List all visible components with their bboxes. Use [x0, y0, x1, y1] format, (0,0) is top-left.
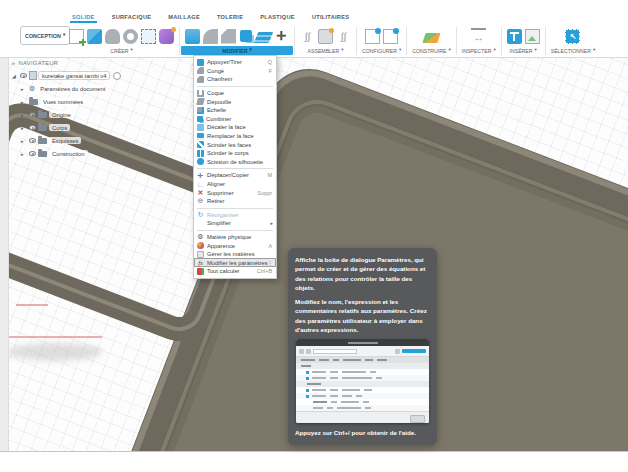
menu-item-scission-de-silhouette[interactable]: Scission de silhouette	[194, 158, 276, 167]
menu-item-appuyer-tirer[interactable]: Appuyer/TirerQ	[194, 58, 276, 67]
tab-maillage[interactable]: MAILLAGE	[168, 14, 200, 23]
chevron-down-icon: ▾	[593, 48, 595, 53]
expand-icon[interactable]: ▸	[21, 125, 27, 131]
browser-row-esquisses[interactable]: ▸ Esquisses	[8, 134, 140, 147]
select-icon[interactable]: ↖	[565, 29, 580, 44]
browser-item-label[interactable]: Corps	[49, 124, 70, 131]
group-label-modifier[interactable]: MODIFIER▾	[181, 46, 293, 55]
as-built-joint-icon[interactable]: ∫∫	[336, 29, 351, 44]
browser-header[interactable]: « NAVIGATEUR	[8, 57, 140, 69]
browser-item-label[interactable]: Construction	[49, 150, 88, 157]
visibility-eye-icon[interactable]	[29, 125, 36, 130]
chevron-down-icon: ▾	[493, 48, 495, 53]
menu-item-retirer[interactable]: ⊖Retirer	[194, 197, 276, 206]
dialog-favorites-toggle	[402, 349, 426, 353]
fillet-icon[interactable]	[203, 29, 218, 44]
group-label-construire[interactable]: CONSTRUIRE▾	[412, 46, 451, 55]
expand-open-icon[interactable]: ◢	[12, 73, 18, 79]
conception-dropdown-button[interactable]: CONCEPTION ▾	[20, 26, 70, 45]
browser-item-label[interactable]: Vues nommées	[40, 98, 86, 105]
expand-icon[interactable]: ▸	[21, 86, 27, 92]
menu-item-chanfrein[interactable]: Chanfrein	[194, 75, 276, 84]
configuration-icon[interactable]	[365, 29, 380, 44]
tab-utilitaires[interactable]: UTILITAIRES	[312, 14, 349, 23]
expand-icon[interactable]: ▸	[21, 99, 27, 105]
canvas-image-icon[interactable]	[525, 29, 540, 44]
create-form-icon[interactable]	[159, 29, 174, 44]
browser-item-label[interactable]: Paramètres du document	[37, 85, 108, 92]
insert-fastener-icon[interactable]	[507, 29, 522, 44]
menu-item-deplacer-copier[interactable]: ✛Déplacer/CopierM	[194, 171, 276, 180]
browser-item-label[interactable]: Esquisses	[49, 137, 81, 144]
menu-item-combiner[interactable]: Combiner	[194, 115, 276, 124]
menu-item-aligner[interactable]: ∟Aligner	[194, 180, 276, 189]
chevron-down-icon: ▾	[341, 48, 343, 53]
joint-icon[interactable]: ∫∫	[300, 29, 315, 44]
menu-item-reorganiser[interactable]: ↻Réorganiser	[194, 211, 276, 220]
tab-solide[interactable]: SOLIDE	[72, 14, 95, 23]
browser-item-label[interactable]: Origine	[49, 111, 74, 118]
menu-item-scinder-les-faces[interactable]: Scinder les faces	[194, 140, 276, 149]
more-options-icon[interactable]: ⋮	[267, 259, 273, 266]
configuration-table-icon[interactable]	[383, 29, 398, 44]
torus-primitive-icon[interactable]	[123, 29, 138, 44]
tooltip-help-hint: Appuyez sur Ctrl+/ pour obtenir de l'aid…	[295, 428, 430, 437]
menu-item-tout-calculer[interactable]: Tout calculerCtrl+B	[194, 267, 276, 276]
menu-item-apparence[interactable]: ApparenceA	[194, 241, 276, 250]
create-sketch-icon[interactable]	[69, 29, 84, 44]
menu-item-gerer-les-matieres[interactable]: Gérer les matières	[194, 250, 276, 259]
visibility-eye-icon[interactable]	[20, 73, 27, 78]
menu-item-coque[interactable]: Coque	[194, 89, 276, 98]
press-pull-icon[interactable]	[185, 29, 200, 44]
tab-tolerie[interactable]: TOLERIE	[217, 14, 243, 23]
combine-icon[interactable]	[240, 30, 252, 42]
browser-row-document[interactable]: ◢ kuretake gansai tambi v4	[8, 69, 140, 82]
move-icon[interactable]: ✛	[274, 29, 289, 44]
document-name[interactable]: kuretake gansai tambi v4	[39, 72, 109, 79]
chamfer-icon[interactable]	[221, 29, 236, 44]
shell-icon[interactable]	[254, 32, 273, 43]
menu-item-matiere-physique[interactable]: ⚙Matière physique	[194, 233, 276, 242]
expand-icon[interactable]: ▸	[21, 138, 27, 144]
browser-row-origine[interactable]: ▸ Origine	[8, 108, 140, 121]
menu-item-echelle[interactable]: Echelle	[194, 106, 276, 115]
browser-row-vues[interactable]: ▸ Vues nommées	[8, 95, 140, 108]
group-label-selectionner[interactable]: SÉLECTIONNER▾	[551, 46, 596, 55]
menu-item-modifier-les-parametres[interactable]: fxModifier les paramètres⋮	[194, 258, 276, 267]
folder-icon	[38, 112, 47, 118]
visibility-eye-icon[interactable]	[29, 112, 36, 117]
group-label-assembler[interactable]: ASSEMBLER▾	[300, 46, 351, 55]
visibility-eye-icon[interactable]	[29, 138, 36, 143]
menu-item-decaler-la-face[interactable]: Décaler la face	[194, 123, 276, 132]
cylinder-primitive-icon[interactable]	[105, 29, 120, 44]
derive-profile-icon[interactable]	[141, 29, 156, 44]
group-label-creer[interactable]: CRÉER▾	[69, 46, 174, 55]
expand-icon[interactable]: ▸	[21, 112, 27, 118]
new-component-icon[interactable]	[318, 29, 333, 44]
tab-surfacique[interactable]: SURFACIQUE	[112, 14, 152, 23]
menu-item-depouille[interactable]: Dépouille	[194, 97, 276, 106]
box-primitive-icon[interactable]	[87, 29, 102, 44]
construction-plane-icon[interactable]	[422, 33, 440, 43]
browser-row-construction[interactable]: ▸ Construction	[8, 147, 140, 160]
menu-item-scinder-le-corps[interactable]: Scinder le corps	[194, 149, 276, 158]
manage-materials-icon	[197, 251, 204, 258]
activate-radio-icon[interactable]	[113, 72, 121, 80]
menu-item-simplifier[interactable]: Simplifier▸	[194, 219, 276, 228]
expand-icon[interactable]: ▸	[21, 151, 27, 157]
group-label-inserer[interactable]: INSÉRER▾	[507, 46, 540, 55]
visibility-eye-icon[interactable]	[29, 151, 36, 156]
browser-row-corps[interactable]: ▸ Corps	[8, 121, 140, 134]
tab-plastique[interactable]: PLASTIQUE	[260, 14, 295, 23]
modify-menu: Appuyer/TirerQ CongéF Chanfrein Coque Dé…	[193, 55, 277, 279]
collapse-icon[interactable]: «	[12, 60, 16, 66]
tooltip-paragraph-2: Modifiez le nom, l'expression et les com…	[295, 297, 430, 334]
group-label-inspecter[interactable]: INSPECTER▾	[462, 46, 496, 55]
menu-item-supprimer[interactable]: ✕SupprimerSuppr	[194, 188, 276, 197]
group-label-configurer[interactable]: CONFIGURER▾	[362, 46, 401, 55]
menu-item-conge[interactable]: CongéF	[194, 67, 276, 76]
menu-item-remplacer-la-face[interactable]: Remplacer la face	[194, 132, 276, 141]
browser-row-parametres[interactable]: ▸ ⚙ Paramètres du document	[8, 82, 140, 95]
align-icon: ∟	[197, 181, 204, 188]
measure-icon[interactable]: ↔	[471, 28, 486, 45]
